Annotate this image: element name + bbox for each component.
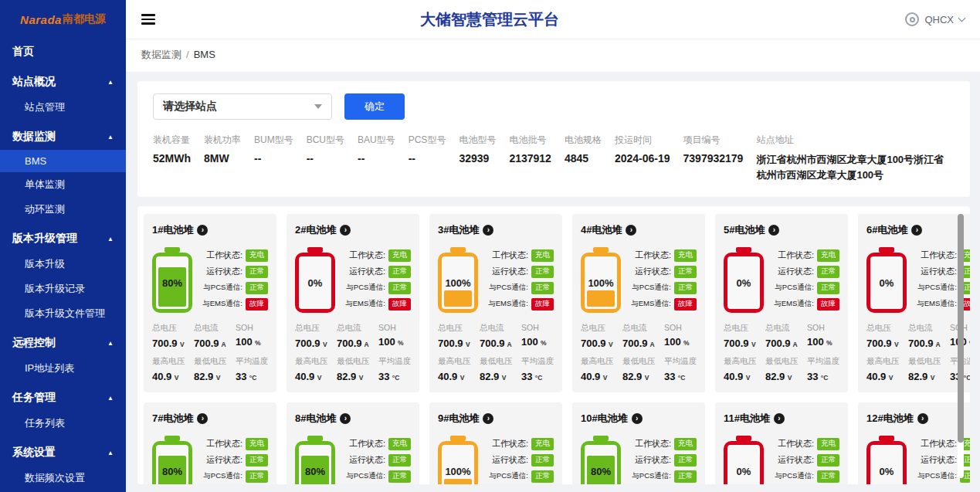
- collapse-arrow-icon: ▲: [107, 395, 114, 402]
- status-badge: 正常: [817, 454, 839, 467]
- stat-cell: 总电压700.9 V: [438, 323, 470, 349]
- status-label: 工作状态:: [492, 249, 528, 261]
- app-window: Narada 南都电源 首页站点概况▲站点管理数据监测▲BMS单体监测动环监测版…: [0, 0, 980, 492]
- sidebar-item-系统设置[interactable]: 系统设置▲: [0, 439, 126, 466]
- card-head: 7#电池堆›: [152, 412, 268, 426]
- stat-value: 82.9 V: [480, 371, 512, 382]
- status-label: 工作状态:: [206, 249, 242, 261]
- sidebar-item-label: 任务管理: [12, 391, 56, 405]
- breadcrumb-item[interactable]: 数据监测: [141, 49, 181, 60]
- stat-label: 总电流: [622, 323, 655, 334]
- scrollbar-thumb[interactable]: [958, 214, 964, 443]
- sidebar-item-远程控制[interactable]: 远程控制▲: [0, 330, 126, 356]
- stat-value: 700.9 V: [438, 338, 470, 349]
- stat-cell: SOH100 %: [664, 323, 697, 349]
- sidebar-item-版本升级管理[interactable]: 版本升级管理▲: [0, 226, 126, 252]
- detail-arrow-icon[interactable]: ›: [632, 413, 643, 424]
- detail-arrow-icon[interactable]: ›: [774, 413, 785, 424]
- sidebar-item-数据监测[interactable]: 数据监测▲: [0, 124, 126, 150]
- sidebar-item-数据频次设置[interactable]: 数据频次设置: [0, 466, 126, 490]
- status-row: 工作状态:充电: [492, 438, 554, 450]
- sidebar-item-版本升级文件管理[interactable]: 版本升级文件管理: [0, 301, 126, 326]
- sidebar-item-label: 任务列表: [25, 416, 65, 430]
- detail-arrow-icon[interactable]: ›: [483, 413, 493, 424]
- status-badge: 故障: [817, 298, 839, 310]
- sidebar-item-动环监测[interactable]: 动环监测: [0, 197, 126, 222]
- battery-card: 2#电池堆›0%工作状态:充电运行状态:正常与PCS通信:正常与EMS通信:故障…: [287, 214, 419, 392]
- sidebar-item-任务管理[interactable]: 任务管理▲: [0, 385, 126, 411]
- stat-label: 最低电压: [622, 356, 655, 367]
- status-badge: 正常: [531, 282, 554, 294]
- battery-icon: 0%: [866, 253, 907, 313]
- stat-unit: A: [792, 341, 798, 348]
- sidebar-item-label: 版本升级文件管理: [25, 307, 105, 321]
- card-head: 2#电池堆›: [295, 223, 411, 237]
- detail-arrow-icon[interactable]: ›: [911, 225, 922, 236]
- stat-value: 700.9 V: [295, 338, 327, 349]
- sidebar-item-站点管理[interactable]: 站点管理: [0, 95, 126, 120]
- status-label: 与PCS通信:: [775, 283, 814, 293]
- user-menu[interactable]: QHCX: [905, 12, 965, 26]
- battery-card-title: 11#电池堆: [724, 412, 770, 426]
- breadcrumb-item-current: BMS: [194, 49, 215, 60]
- stat-label: SOH: [378, 323, 411, 332]
- detail-arrow-icon[interactable]: ›: [917, 413, 928, 424]
- stat-unit: V: [172, 374, 178, 382]
- detail-arrow-icon[interactable]: ›: [768, 225, 779, 236]
- battery-soc-label: 80%: [299, 445, 331, 484]
- sidebar-item-首页[interactable]: 首页: [0, 39, 126, 65]
- stat-cell: SOH100 %: [236, 323, 268, 349]
- sidebar-item-BMS[interactable]: BMS: [0, 150, 126, 172]
- sidebar-item-任务列表[interactable]: 任务列表: [0, 411, 126, 436]
- detail-arrow-icon[interactable]: ›: [340, 413, 351, 424]
- sidebar-item-站点概况[interactable]: 站点概况▲: [0, 69, 126, 95]
- status-row: 工作状态:充电: [778, 438, 839, 450]
- stats-grid: 总电压700.9 V总电流700.9 ASOH100 %最高电压40.9 V最低…: [152, 323, 268, 382]
- stat-unit: V: [607, 341, 613, 348]
- sidebar-item-版本升级记录[interactable]: 版本升级记录: [0, 277, 126, 301]
- stat-unit: V: [601, 374, 607, 382]
- status-badge: 正常: [246, 266, 268, 278]
- stat-label: 最高电压: [866, 356, 899, 367]
- status-label: 运行状态:: [778, 266, 814, 277]
- status-label: 与PCS通信:: [917, 471, 957, 481]
- sidebar-item-单体监测[interactable]: 单体监测: [0, 172, 126, 197]
- vertical-scrollbar[interactable]: [958, 212, 964, 478]
- card-head: 8#电池堆›: [295, 412, 411, 426]
- status-row: 与PCS通信:正常: [632, 282, 697, 294]
- detail-arrow-icon[interactable]: ›: [197, 225, 208, 236]
- detail-arrow-icon[interactable]: ›: [340, 225, 351, 236]
- collapse-arrow-icon: ▲: [107, 340, 114, 347]
- battery-card: 11#电池堆›0%工作状态:充电运行状态:正常与PCS通信:正常与EMS通信:故…: [715, 402, 848, 484]
- stat-label: 总电压: [581, 323, 613, 334]
- status-label: 运行状态:: [778, 454, 814, 466]
- stat-value: 33 °C: [664, 371, 697, 382]
- battery-cards-grid: 1#电池堆›80%工作状态:充电运行状态:正常与PCS通信:正常与EMS通信:故…: [144, 214, 951, 484]
- sidebar-item-版本升级[interactable]: 版本升级: [0, 252, 126, 277]
- battery-card-title: 6#电池堆: [866, 223, 907, 237]
- detail-arrow-icon[interactable]: ›: [197, 413, 208, 424]
- sidebar-item-label: BMS: [25, 155, 46, 167]
- stat-unit: V: [464, 341, 470, 348]
- info-field: BCU型号--: [307, 134, 344, 165]
- status-row: 与EMS通信:故障: [345, 298, 411, 310]
- stat-value: 82.9 V: [337, 371, 369, 382]
- battery-soc-label: 0%: [870, 256, 903, 309]
- stat-label: 平均温度: [378, 356, 411, 367]
- stat-unit: °C: [533, 374, 542, 382]
- stat-unit: %: [682, 339, 690, 347]
- station-select[interactable]: 请选择站点: [153, 93, 332, 120]
- station-select-value: 请选择站点: [163, 100, 217, 114]
- detail-arrow-icon[interactable]: ›: [626, 225, 636, 236]
- stat-value: 33 °C: [807, 371, 839, 382]
- stat-unit: V: [928, 374, 934, 382]
- info-field-value: 32939: [459, 152, 496, 165]
- stat-label: 最低电压: [765, 356, 798, 367]
- hamburger-menu-icon[interactable]: [141, 14, 155, 25]
- stat-unit: °C: [676, 374, 685, 382]
- detail-arrow-icon[interactable]: ›: [483, 225, 493, 236]
- status-label: 与PCS通信:: [632, 471, 671, 481]
- confirm-button[interactable]: 确定: [344, 93, 405, 120]
- sidebar-item-IP地址列表[interactable]: IP地址列表: [0, 356, 126, 381]
- sidebar-item-label: 系统设置: [12, 446, 56, 460]
